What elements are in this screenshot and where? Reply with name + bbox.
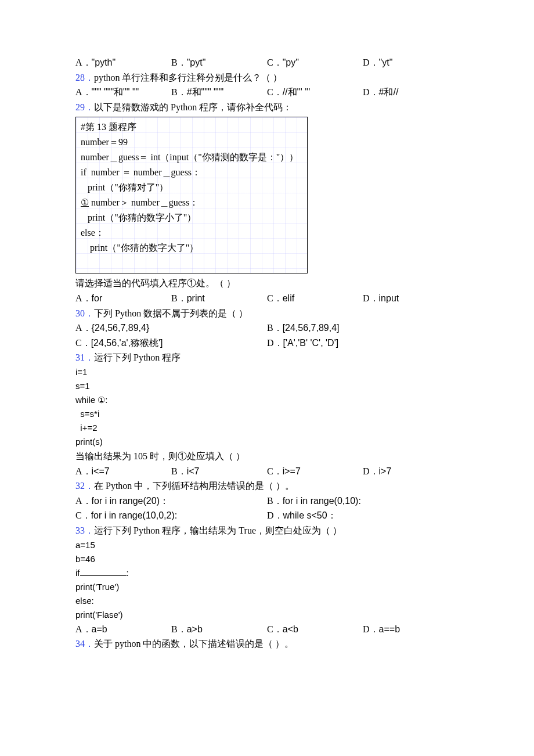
question-number: 31． xyxy=(75,352,94,362)
option-label: A． xyxy=(75,293,92,303)
code-line: if number ＝ number＿guess： xyxy=(81,165,302,180)
option-a: A．{24,56,7,89,4} xyxy=(75,321,267,336)
option-b: B．for i in range(0,10): xyxy=(267,494,459,509)
options-row: A．"pyth" B．"pyt" C．"py" D．"yt" xyxy=(75,55,459,70)
option-label: B． xyxy=(171,57,187,67)
option-d: D．a==b xyxy=(363,622,459,637)
code-line: print(s) xyxy=(75,435,459,449)
option-text: a=b xyxy=(92,624,107,634)
option-label: A． xyxy=(75,57,92,67)
question-31: 31．运行下列 Python 程序 xyxy=(75,350,459,365)
code-line: print('Flase') xyxy=(75,608,459,622)
option-text: "yt" xyxy=(379,57,393,67)
code-line: print（"你猜的数字大了"） xyxy=(81,240,302,255)
option-text: for i in range(20)： xyxy=(92,496,169,506)
option-d: D．#和// xyxy=(363,85,459,100)
option-d: D．while s<50： xyxy=(267,508,459,523)
code-line-blank xyxy=(81,255,302,271)
question-29-sub: 请选择适当的代码填入程序①处。（ ） xyxy=(75,276,459,291)
option-text: {24,56,7,89,4} xyxy=(92,323,150,333)
option-text: #和""" """ xyxy=(187,87,223,97)
option-text: i>7 xyxy=(379,466,392,476)
option-text: elif xyxy=(283,293,294,303)
option-text: a>b xyxy=(187,624,203,634)
option-c: C．elif xyxy=(267,291,363,306)
placeholder-one: ① xyxy=(81,197,89,207)
option-label: B． xyxy=(171,87,187,97)
code-line: number＿guess＝ int（input（"你猜测的数字是："）） xyxy=(81,150,302,165)
code-box: #第 13 题程序 number＝99 number＿guess＝ int（in… xyxy=(75,117,308,273)
option-text: i<7 xyxy=(187,466,200,476)
option-text: //和''' ''' xyxy=(283,87,311,97)
code-line: ① number＞ number＿guess： xyxy=(81,195,302,210)
option-a: A．a=b xyxy=(75,622,171,637)
options-row: A．i<=7 B．i<7 C．i>=7 D．i>7 xyxy=(75,464,459,479)
option-text: i<=7 xyxy=(92,466,110,476)
option-label: B． xyxy=(171,466,187,476)
option-a: A．for xyxy=(75,291,171,306)
option-label: B． xyxy=(171,624,187,634)
code-colon: : xyxy=(127,568,129,578)
question-number: 33． xyxy=(75,525,94,535)
option-label: B． xyxy=(267,323,283,333)
question-text: python 单行注释和多行注释分别是什么？（ ） xyxy=(94,73,282,82)
option-label: A． xyxy=(75,624,92,634)
code-line: s=1 xyxy=(75,379,459,393)
option-label: C． xyxy=(75,510,91,520)
option-b: B．#和""" """ xyxy=(171,85,267,100)
question-30: 30．下列 Python 数据不属于列表的是（ ） xyxy=(75,306,459,321)
code-line-rest: number＞ number＿guess： xyxy=(89,197,199,207)
code-line: #第 13 题程序 xyxy=(81,120,302,135)
option-d: D．['A','B' 'C', 'D'] xyxy=(267,336,459,351)
option-text: "pyth" xyxy=(92,57,116,67)
option-text: "pyt" xyxy=(187,57,206,67)
option-c: C．[24,56,'a',猕猴桃'] xyxy=(75,336,267,351)
question-28: 28．python 单行注释和多行注释分别是什么？（ ） xyxy=(75,70,459,85)
code-line: b=46 xyxy=(75,552,459,566)
option-label: B． xyxy=(171,293,187,303)
option-label: B． xyxy=(267,496,283,506)
code-line: while ①: xyxy=(75,393,459,407)
code-block: a=15 b=46 if: print('True') else: print(… xyxy=(75,538,459,622)
question-text: 以下是猜数游戏的 Python 程序，请你补全代码： xyxy=(94,102,292,112)
option-text: a==b xyxy=(379,624,400,634)
option-label: C． xyxy=(267,293,283,303)
option-label: A． xyxy=(75,466,92,476)
option-text: [24,56,7,89,4] xyxy=(283,323,340,333)
option-label: D． xyxy=(267,510,283,520)
question-text: 当输出结果为 105 时，则①处应填入（ ） xyxy=(75,451,245,461)
option-text: #和// xyxy=(379,87,399,97)
option-label: D． xyxy=(363,87,379,97)
option-label: D． xyxy=(363,466,379,476)
option-c: C．i>=7 xyxy=(267,464,363,479)
option-d: D．input xyxy=(363,291,459,306)
option-c: C．"py" xyxy=(267,55,363,70)
question-number: 29． xyxy=(75,102,94,112)
option-text: [24,56,'a',猕猴桃'] xyxy=(91,338,163,348)
options-row: A．{24,56,7,89,4} B．[24,56,7,89,4] C．[24,… xyxy=(75,321,459,350)
code-line: i=1 xyxy=(75,365,459,379)
option-b: B．a>b xyxy=(171,622,267,637)
option-text: """ """和"" "" xyxy=(92,87,139,97)
option-label: D． xyxy=(363,57,379,67)
option-c: C．a<b xyxy=(267,622,363,637)
option-label: A． xyxy=(75,87,92,97)
code-line: if: xyxy=(75,566,459,580)
option-text: input xyxy=(379,293,399,303)
question-number: 28． xyxy=(75,73,94,82)
question-33: 33．运行下列 Python 程序，输出结果为 True，则空白处应为（ ） xyxy=(75,523,459,538)
option-b: B．i<7 xyxy=(171,464,267,479)
option-text: for i in range(0,10): xyxy=(283,496,361,506)
question-text: 请选择适当的代码填入程序①处。（ ） xyxy=(75,278,236,288)
option-text: print xyxy=(187,293,205,303)
option-label: D． xyxy=(363,624,379,634)
option-c: C．//和''' ''' xyxy=(267,85,363,100)
question-31-sub: 当输出结果为 105 时，则①处应填入（ ） xyxy=(75,449,459,464)
options-row: A．for B．print C．elif D．input xyxy=(75,291,459,306)
code-line: else: xyxy=(75,594,459,608)
question-text: 运行下列 Python 程序，输出结果为 True，则空白处应为（ ） xyxy=(94,525,342,535)
option-label: C． xyxy=(75,338,91,348)
question-number: 32． xyxy=(75,481,94,491)
question-text: 下列 Python 数据不属于列表的是（ ） xyxy=(94,308,248,318)
blank-fill xyxy=(80,567,127,576)
